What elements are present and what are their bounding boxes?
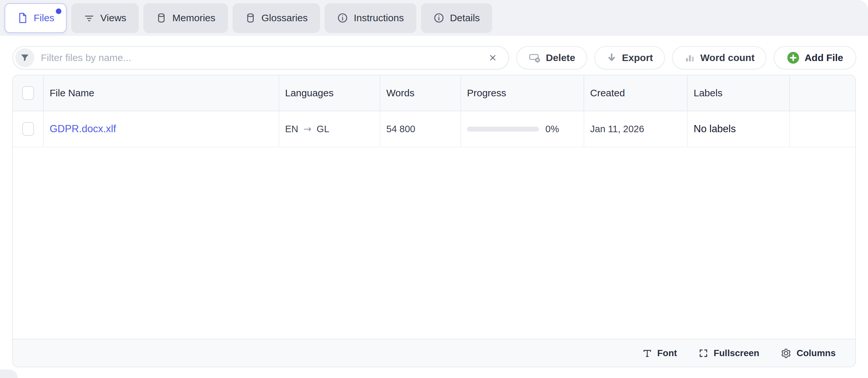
column-header-languages[interactable]: Languages (279, 75, 380, 111)
funnel-icon (16, 48, 34, 67)
table-empty-area (13, 147, 855, 339)
toolbar: Delete Export Word count Add File (12, 46, 856, 69)
database-icon (156, 12, 167, 24)
font-button[interactable]: Font (642, 348, 677, 358)
fullscreen-icon (699, 348, 708, 358)
column-header-actions (790, 75, 855, 111)
header-checkbox-cell (13, 75, 44, 111)
target-lang: GL (317, 124, 330, 134)
text-icon (642, 348, 652, 358)
column-header-progress[interactable]: Progress (461, 75, 584, 111)
tab-memories-label: Memories (173, 12, 216, 24)
languages-cell: EN → GL (279, 111, 380, 147)
word-count-button-label: Word count (701, 52, 755, 63)
row-actions-cell (790, 111, 855, 147)
progress-bar (467, 127, 539, 131)
download-arrow-icon (606, 52, 617, 63)
table-footer: Font Fullscreen Columns (13, 339, 855, 367)
close-icon (488, 53, 497, 62)
progress-percent: 0% (545, 124, 559, 134)
created-cell: Jan 11, 2026 (584, 111, 688, 147)
background-corner-shape (0, 370, 18, 378)
column-header-created[interactable]: Created (584, 75, 688, 111)
fullscreen-button-label: Fullscreen (714, 348, 759, 358)
info-icon (433, 12, 444, 24)
info-icon (337, 12, 348, 24)
tab-glossaries[interactable]: Glossaries (232, 3, 320, 33)
add-file-button[interactable]: Add File (774, 46, 856, 69)
gear-icon (781, 348, 791, 358)
progress-cell: 0% (461, 111, 584, 147)
fullscreen-button[interactable]: Fullscreen (699, 348, 759, 358)
row-checkbox[interactable] (22, 122, 34, 136)
add-file-button-label: Add File (805, 52, 843, 63)
file-icon (17, 12, 28, 24)
tab-files[interactable]: Files (5, 3, 67, 33)
words-cell: 54 800 (380, 111, 461, 147)
tab-details[interactable]: Details (421, 3, 492, 33)
tab-instructions-label: Instructions (354, 12, 404, 24)
columns-button-label: Columns (797, 348, 836, 358)
tab-views[interactable]: Views (71, 3, 138, 33)
word-count-button[interactable]: Word count (672, 46, 767, 69)
table-header: File Name Languages Words Progress Creat… (13, 75, 855, 111)
tab-memories[interactable]: Memories (143, 3, 228, 33)
file-link[interactable]: GDPR.docx.xlf (50, 123, 116, 135)
filter-input[interactable] (41, 52, 477, 63)
font-button-label: Font (657, 348, 677, 358)
delete-button[interactable]: Delete (516, 46, 587, 69)
column-header-file-name[interactable]: File Name (44, 75, 279, 111)
tab-instructions[interactable]: Instructions (324, 3, 416, 33)
export-button[interactable]: Export (594, 46, 665, 69)
plus-circle-icon (787, 51, 800, 64)
clear-filter-button[interactable] (484, 49, 502, 67)
tab-details-label: Details (450, 12, 480, 24)
tab-files-label: Files (34, 12, 54, 24)
delete-button-label: Delete (546, 52, 576, 63)
database-icon (245, 12, 256, 24)
tab-glossaries-label: Glossaries (261, 12, 308, 24)
files-tab-badge (56, 8, 61, 14)
column-header-labels[interactable]: Labels (688, 75, 790, 111)
delete-card-icon (528, 51, 541, 64)
column-header-words[interactable]: Words (380, 75, 461, 111)
filter-box (12, 46, 509, 69)
bar-chart-icon (684, 52, 695, 64)
table-row[interactable]: GDPR.docx.xlf EN → GL 54 800 0% Jan 11, … (13, 111, 855, 147)
files-table-panel: File Name Languages Words Progress Creat… (12, 75, 856, 367)
source-lang: EN (285, 124, 298, 134)
arrow-right-icon: → (303, 123, 311, 134)
files-page: Files Views Memories Glossaries I (0, 0, 868, 378)
tab-views-label: Views (100, 12, 126, 24)
tab-bar: Files Views Memories Glossaries I (0, 0, 868, 36)
export-button-label: Export (622, 52, 653, 63)
columns-button[interactable]: Columns (781, 348, 836, 358)
labels-cell: No labels (688, 111, 790, 147)
filter-lines-icon (84, 12, 95, 24)
row-checkbox-cell (13, 111, 44, 147)
file-name-cell: GDPR.docx.xlf (44, 111, 279, 147)
select-all-checkbox[interactable] (22, 86, 34, 100)
